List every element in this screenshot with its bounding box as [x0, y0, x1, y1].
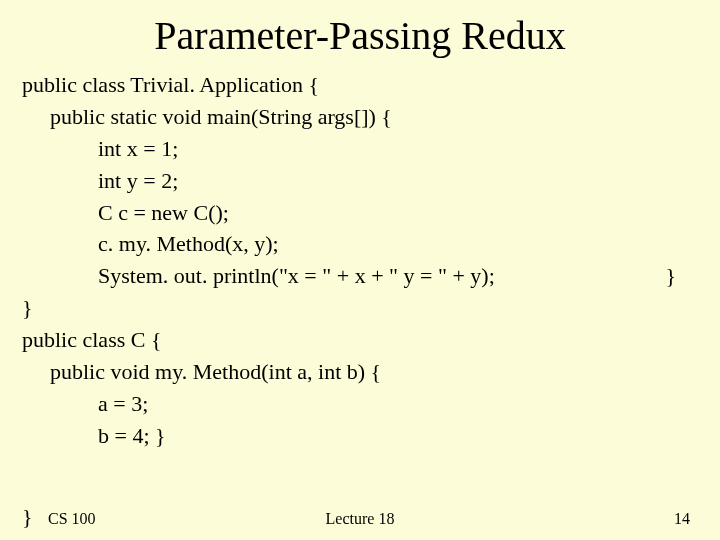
closing-brace: }	[665, 260, 676, 292]
code-line: public static void main(String args[]) {	[22, 101, 720, 133]
code-line: b = 4; }	[22, 420, 720, 452]
code-line: public class Trivial. Application {	[22, 69, 720, 101]
code-line: a = 3;	[22, 388, 720, 420]
code-line: int y = 2;	[22, 165, 720, 197]
footer-course: CS 100	[48, 510, 96, 528]
code-text: System. out. println("x = " + x + " y = …	[98, 263, 495, 288]
code-line: System. out. println("x = " + x + " y = …	[22, 260, 720, 292]
code-line: public class C {	[22, 324, 720, 356]
code-line: public void my. Method(int a, int b) {	[22, 356, 720, 388]
code-line: C c = new C();	[22, 197, 720, 229]
footer-page-number: 14	[674, 510, 690, 528]
footer-lecture: Lecture 18	[326, 510, 395, 528]
closing-brace: }	[22, 504, 33, 530]
code-line: c. my. Method(x, y);	[22, 228, 720, 260]
code-block: public class Trivial. Application { publ…	[0, 69, 720, 452]
page-title: Parameter-Passing Redux	[0, 0, 720, 69]
code-line: }	[22, 292, 720, 324]
code-line: int x = 1;	[22, 133, 720, 165]
